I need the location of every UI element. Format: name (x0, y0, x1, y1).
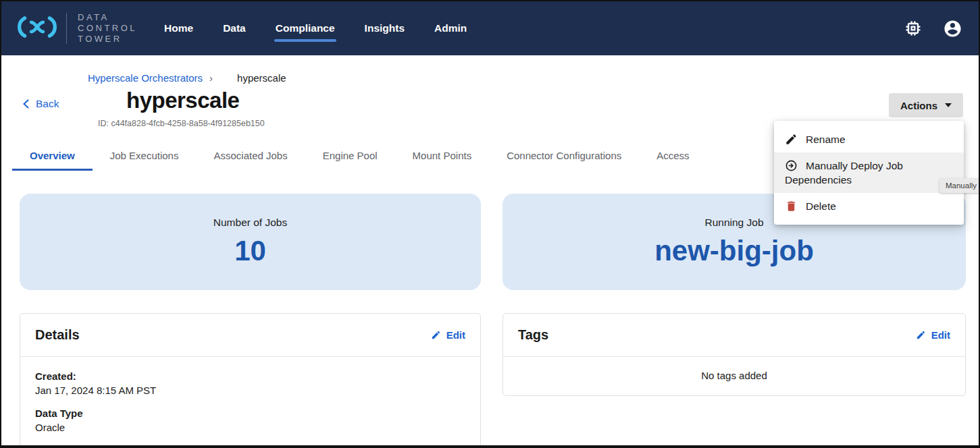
stat-label: Number of Jobs (213, 217, 287, 229)
logo-divider (66, 13, 67, 44)
field-value: Oracle (35, 422, 465, 433)
details-panel-title: Details (35, 327, 80, 343)
number-of-jobs-card: Number of Jobs 10 (20, 194, 481, 290)
stat-value: new-big-job (654, 235, 814, 267)
field-label: Data Type (35, 408, 465, 419)
operations-chip-icon[interactable] (904, 19, 923, 38)
tab-mount-points[interactable]: Mount Points (395, 144, 490, 171)
back-label: Back (36, 98, 59, 110)
field-label: Created: (35, 370, 465, 382)
field-created: Created: Jan 17, 2024 8:15 AM PST (35, 370, 465, 396)
stat-label: Running Job (704, 217, 763, 229)
nav-item-insights[interactable]: Insights (365, 22, 405, 34)
back-button[interactable]: Back (22, 98, 59, 110)
entity-id: ID: c44fa828-4fcb-4258-8a58-4f91285eb150 (98, 119, 265, 128)
top-navbar: DATA CONTROL TOWER Home Data Compliance … (1, 1, 979, 55)
tab-engine-pool[interactable]: Engine Pool (305, 144, 395, 171)
menu-item-label: Delete (806, 200, 836, 212)
app-window: DATA CONTROL TOWER Home Data Compliance … (0, 0, 980, 448)
tab-overview[interactable]: Overview (12, 144, 93, 171)
account-icon[interactable] (943, 19, 962, 38)
navbar-icons (904, 19, 962, 38)
pencil-icon (785, 133, 798, 146)
details-panel-body: Created: Jan 17, 2024 8:15 AM PST Data T… (20, 357, 480, 448)
tab-associated-jobs[interactable]: Associated Jobs (196, 144, 305, 171)
nav-item-admin[interactable]: Admin (434, 22, 467, 34)
nav-item-home[interactable]: Home (164, 22, 193, 34)
actions-button-label: Actions (900, 100, 937, 111)
brand-line: CONTROL (78, 23, 137, 34)
menu-item-delete[interactable]: Delete (774, 193, 964, 219)
edit-label: Edit (446, 329, 465, 341)
nav-item-compliance[interactable]: Compliance (276, 22, 335, 34)
breadcrumb-parent-link[interactable]: Hyperscale Orchestrators (88, 72, 203, 84)
details-edit-button[interactable]: Edit (431, 329, 465, 341)
deploy-circle-arrow-icon (785, 159, 798, 172)
details-panel-header: Details Edit (20, 314, 480, 357)
details-panel: Details Edit Created: Jan 17, 2024 8:15 … (20, 313, 481, 448)
tags-panel-title: Tags (518, 327, 548, 343)
tab-bar: Overview Job Executions Associated Jobs … (12, 144, 707, 171)
tags-empty-text: No tags added (503, 357, 965, 394)
brand-line: DATA (78, 12, 137, 23)
pencil-icon (431, 330, 441, 340)
field-value: Jan 17, 2024 8:15 AM PST (35, 385, 465, 396)
menu-item-label: Manually Deploy Job Dependencies (785, 160, 903, 186)
chevron-right-icon: › (209, 72, 213, 84)
main-nav: Home Data Compliance Insights Admin (164, 22, 467, 34)
breadcrumb: Hyperscale Orchestrators › hyperscale (88, 72, 286, 84)
menu-item-tooltip: Manually D (939, 178, 980, 193)
dct-logo[interactable]: DATA CONTROL TOWER (18, 12, 137, 45)
nav-item-data[interactable]: Data (223, 22, 246, 34)
pencil-icon (916, 330, 926, 340)
menu-item-label: Rename (806, 134, 846, 145)
brand-line: TOWER (78, 34, 137, 45)
tags-panel: Tags Edit No tags added (502, 313, 966, 396)
actions-button[interactable]: Actions (889, 93, 963, 117)
dct-logo-icon (18, 13, 57, 43)
breadcrumb-current: hyperscale (237, 72, 286, 84)
tab-connector-configurations[interactable]: Connector Configurations (489, 144, 639, 171)
field-data-type: Data Type Oracle (35, 408, 465, 433)
brand-text: DATA CONTROL TOWER (78, 12, 137, 45)
chevron-left-icon (22, 99, 30, 109)
menu-item-manually-deploy[interactable]: Manually Deploy Job Dependencies (774, 152, 964, 193)
trash-icon (785, 200, 798, 213)
tab-job-executions[interactable]: Job Executions (93, 144, 197, 171)
caret-down-icon (945, 103, 952, 107)
actions-dropdown-menu: Rename Manually Deploy Job Dependencies … (774, 121, 964, 225)
tab-access[interactable]: Access (639, 144, 706, 171)
menu-item-rename[interactable]: Rename (774, 126, 964, 152)
edit-label: Edit (931, 329, 950, 341)
page-title: hyperscale (126, 88, 239, 113)
tags-panel-header: Tags Edit (503, 314, 965, 357)
tags-edit-button[interactable]: Edit (916, 329, 950, 341)
stat-value: 10 (234, 235, 266, 267)
